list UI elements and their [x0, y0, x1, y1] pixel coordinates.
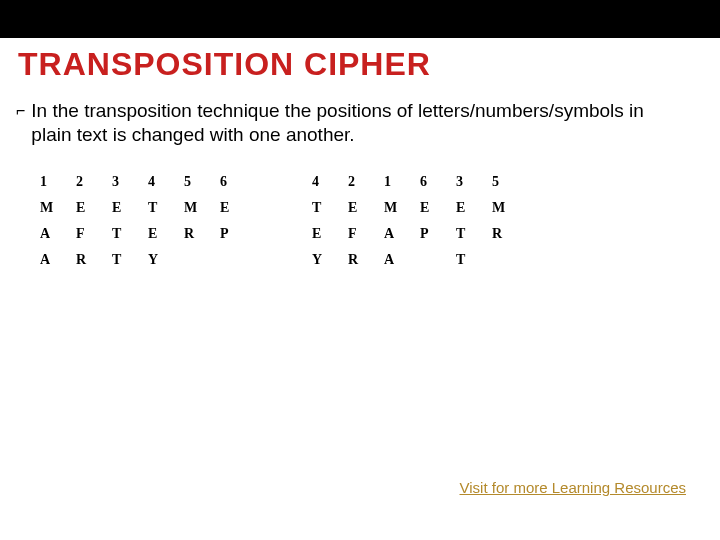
table-cell: M	[488, 195, 524, 221]
bullet-icon: ⌐	[16, 99, 25, 123]
table-row: A F T E R P	[36, 221, 252, 247]
table-cell: A	[36, 221, 72, 247]
table-cell: E	[108, 195, 144, 221]
table-cell: T	[308, 195, 344, 221]
table-cell: F	[344, 221, 380, 247]
table-cell: E	[416, 195, 452, 221]
bullet-item: ⌐ In the transposition technique the pos…	[32, 99, 688, 147]
table-cell: E	[144, 221, 180, 247]
table-cell: 5	[488, 169, 524, 195]
cipher-table-left: 1 2 3 4 5 6 M E E T M E A F T E R P	[36, 169, 252, 273]
table-cell: A	[380, 247, 416, 273]
table-cell: M	[36, 195, 72, 221]
table-cell: M	[180, 195, 216, 221]
page-title: TRANSPOSITION CIPHER	[18, 46, 702, 83]
table-cell: P	[216, 221, 252, 247]
table-cell: T	[452, 247, 488, 273]
table-row: M E E T M E	[36, 195, 252, 221]
table-cell: 6	[416, 169, 452, 195]
cipher-table-right: 4 2 1 6 3 5 T E M E E M E F A P T R	[308, 169, 524, 273]
table-cell: P	[416, 221, 452, 247]
table-cell	[488, 247, 524, 273]
table-cell: 4	[144, 169, 180, 195]
table-cell: T	[452, 221, 488, 247]
table-cell: E	[72, 195, 108, 221]
table-row: Y R A T	[308, 247, 524, 273]
table-cell: T	[108, 247, 144, 273]
title-area: TRANSPOSITION CIPHER	[0, 38, 720, 89]
table-cell: 1	[36, 169, 72, 195]
table-cell: E	[344, 195, 380, 221]
table-cell: 5	[180, 169, 216, 195]
tables-container: 1 2 3 4 5 6 M E E T M E A F T E R P	[32, 169, 688, 273]
footer-link[interactable]: Visit for more Learning Resources	[460, 479, 687, 496]
table-cell: A	[380, 221, 416, 247]
table-cell	[416, 247, 452, 273]
table-cell: F	[72, 221, 108, 247]
table-cell: T	[108, 221, 144, 247]
table-cell: R	[488, 221, 524, 247]
table-row: E F A P T R	[308, 221, 524, 247]
table-row: 1 2 3 4 5 6	[36, 169, 252, 195]
table-cell: A	[36, 247, 72, 273]
table-cell: 3	[452, 169, 488, 195]
table-cell: 6	[216, 169, 252, 195]
table-cell: E	[308, 221, 344, 247]
table-row: T E M E E M	[308, 195, 524, 221]
table-cell: R	[180, 221, 216, 247]
table-cell: 4	[308, 169, 344, 195]
table-cell: 3	[108, 169, 144, 195]
table-cell: E	[216, 195, 252, 221]
top-black-bar	[0, 0, 720, 38]
table-cell	[180, 247, 216, 273]
table-cell: 1	[380, 169, 416, 195]
table-cell	[216, 247, 252, 273]
table-cell: Y	[308, 247, 344, 273]
bullet-text: In the transposition technique the posit…	[31, 99, 688, 147]
table-cell: Y	[144, 247, 180, 273]
table-cell: R	[72, 247, 108, 273]
content-area: ⌐ In the transposition technique the pos…	[0, 89, 720, 273]
table-cell: T	[144, 195, 180, 221]
table-row: 4 2 1 6 3 5	[308, 169, 524, 195]
table-cell: 2	[72, 169, 108, 195]
table-cell: E	[452, 195, 488, 221]
table-cell: R	[344, 247, 380, 273]
table-row: A R T Y	[36, 247, 252, 273]
table-cell: 2	[344, 169, 380, 195]
table-cell: M	[380, 195, 416, 221]
